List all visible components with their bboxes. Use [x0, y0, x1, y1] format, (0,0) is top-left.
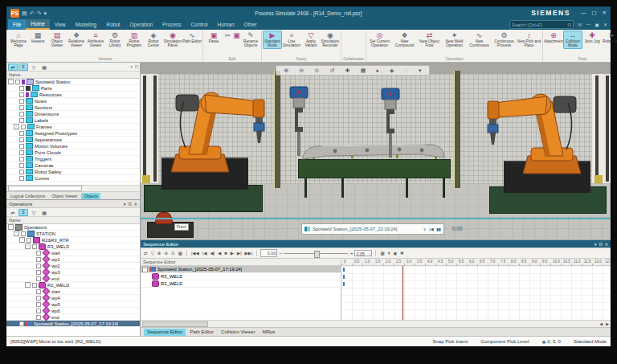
- expander-icon[interactable]: −: [19, 237, 25, 243]
- close-button[interactable]: ✕: [603, 10, 607, 16]
- visibility-checkbox[interactable]: [19, 92, 24, 97]
- panel-tab-objects[interactable]: Objects: [81, 193, 100, 199]
- operations-item-r2-r3-rtr[interactable]: −R2&R3_RTR: [6, 237, 140, 243]
- operations-item-start[interactable]: start: [6, 288, 140, 295]
- objects-item-curves[interactable]: Curves: [6, 175, 140, 182]
- visibility-checkbox[interactable]: [19, 170, 24, 174]
- panel-close-icon[interactable]: ✕: [134, 202, 137, 207]
- operations-item-start[interactable]: start: [6, 250, 140, 256]
- jump-to-end-button[interactable]: ▶▶|: [244, 251, 254, 256]
- expander-icon[interactable]: −: [25, 282, 31, 288]
- frame-icon[interactable]: ◈: [390, 67, 394, 74]
- gantt-chart[interactable]: 00.51.01.52.02.53.03.54.04.55.05.56.06.5…: [341, 259, 611, 320]
- columns-icon[interactable]: ▦: [39, 209, 49, 216]
- collision-mode-button[interactable]: ↔Collision Mode: [563, 31, 582, 49]
- new-object-flow-operation-button[interactable]: ⇄New Object Flow Operation: [417, 31, 442, 49]
- tab-modeling[interactable]: Modeling: [71, 19, 101, 30]
- tab-robot[interactable]: Robot: [101, 19, 125, 30]
- attributes-viewer-button[interactable]: ≡Attributes Viewer: [86, 31, 105, 49]
- tab-home[interactable]: Home: [26, 19, 49, 30]
- visibility-checkbox[interactable]: [36, 302, 41, 307]
- docked-tab-mrps[interactable]: MRps: [259, 329, 279, 336]
- step-back-button[interactable]: |◀: [202, 251, 208, 256]
- gantt-hscrollbar[interactable]: ◀▶: [141, 320, 611, 327]
- feedback-icon[interactable]: ✉: [578, 22, 582, 27]
- viewers-button[interactable]: ▦Viewers: [28, 31, 47, 44]
- robot-center-button[interactable]: ◈Robot Center: [144, 31, 163, 49]
- visibility-checkbox[interactable]: [36, 289, 41, 294]
- panel-menu-icon[interactable]: ▾: [595, 242, 597, 247]
- visibility-checkbox[interactable]: [21, 231, 26, 236]
- expander-icon[interactable]: −: [8, 79, 14, 84]
- tree-view-icon[interactable]: ≡: [18, 209, 28, 216]
- apply-variant-filter-button[interactable]: ▽Apply Variant Filter: [301, 31, 321, 49]
- objects-hscrollbar[interactable]: [6, 185, 140, 191]
- undo-icon[interactable]: ↶: [30, 10, 35, 17]
- object-viewer-button[interactable]: ▤Object Viewer: [47, 31, 67, 49]
- continuous-process-generator-button[interactable]: ⚙Continuous Process Generator: [492, 31, 517, 49]
- objects-item-spotweld-station[interactable]: −Spotweld Station: [6, 79, 140, 85]
- visibility-checkbox[interactable]: [19, 105, 24, 110]
- speed-slider[interactable]: −+: [279, 250, 353, 256]
- cut-button[interactable]: ✂: [223, 31, 232, 40]
- visibility-checkbox[interactable]: [36, 251, 41, 256]
- measure-icon[interactable]: ◌: [405, 67, 408, 73]
- pan-icon[interactable]: ✚: [345, 67, 350, 74]
- panel-menu-icon[interactable]: ▾: [124, 202, 126, 207]
- columns-icon[interactable]: ▦: [39, 63, 49, 71]
- grid-icon[interactable]: ▦: [379, 251, 385, 256]
- record-icon[interactable]: ◉: [392, 251, 398, 256]
- doc-minimize-button[interactable]: —: [586, 22, 590, 27]
- new-weld-operation-button[interactable]: ✦New Weld Operation: [442, 31, 467, 49]
- new-pick-and-place-operation-button[interactable]: ↕New Pick and Place Operation: [517, 31, 541, 49]
- zoom-out-icon[interactable]: ⊖: [300, 67, 304, 74]
- gantt-options-icon[interactable]: ▦: [178, 251, 183, 256]
- playhead-line[interactable]: [402, 266, 403, 320]
- objects-item-labels[interactable]: Labels: [6, 117, 140, 124]
- joint-jog-button[interactable]: ✚Joint Jog: [582, 31, 602, 44]
- visibility-checkbox[interactable]: [36, 296, 41, 301]
- snap-pick-intent[interactable]: Snap Pick Intent: [433, 339, 468, 344]
- expander-icon[interactable]: −: [8, 224, 14, 230]
- operations-item-wp4[interactable]: wp4: [6, 295, 140, 301]
- objects-item-triggers[interactable]: Triggers: [6, 156, 140, 162]
- operations-item-r3-weld[interactable]: −R3_WELD: [6, 243, 140, 250]
- tab-other[interactable]: Other: [239, 19, 262, 30]
- operations-item-spotweld-station-2025-05-07-17-19-24[interactable]: Spotweld Station_[2025-05-07_17:19:24]: [6, 321, 140, 327]
- operations-item-wp1[interactable]: wp1: [6, 256, 140, 263]
- panel-pin-icon[interactable]: ⊡: [129, 202, 132, 207]
- zoom-fit-icon[interactable]: ⊙: [315, 67, 320, 74]
- stop-button[interactable]: ■: [223, 251, 227, 256]
- save-icon[interactable]: ▤: [22, 10, 27, 17]
- player-pause-icon[interactable]: ▮▮: [436, 227, 441, 231]
- panel-tab-object-viewer[interactable]: Object Viewer: [49, 193, 80, 199]
- scroll-left-icon[interactable]: ◀: [599, 321, 603, 326]
- simulation-recorder-button[interactable]: ◉Simulation Recorder: [321, 31, 340, 49]
- operations-item-operations[interactable]: −Operations: [6, 224, 140, 231]
- panel-tab-logical-collections[interactable]: Logical Collections: [8, 193, 47, 199]
- redo-icon[interactable]: ↷: [37, 10, 42, 17]
- objects-item-motion-volumes[interactable]: Motion Volumes: [6, 143, 140, 149]
- tab-operation[interactable]: Operation: [125, 19, 158, 30]
- panel-close-icon[interactable]: ✕: [605, 242, 608, 247]
- visibility-checkbox[interactable]: [36, 315, 41, 320]
- visibility-checkbox[interactable]: [36, 264, 41, 268]
- operations-item-end[interactable]: end: [6, 314, 140, 321]
- zoom-in-icon[interactable]: ⊕: [284, 67, 289, 74]
- operations-item-station[interactable]: −STATION: [6, 231, 140, 237]
- visibility-checkbox[interactable]: [15, 80, 20, 84]
- operations-item-wp6[interactable]: wp6: [6, 308, 140, 314]
- visibility-checkbox[interactable]: [19, 112, 24, 117]
- visibility-checkbox[interactable]: [19, 176, 24, 181]
- 3d-viewport[interactable]: ⊕⊖⊙↺✚▦▸◈◌▾ Front Spotweld Station_[2025-…: [141, 63, 611, 239]
- weld-gun-left[interactable]: [282, 85, 316, 159]
- step-forward-button[interactable]: ▶|: [236, 251, 243, 256]
- zoom-in-icon[interactable]: ⊕: [157, 251, 162, 256]
- more-options-icon[interactable]: ▾: [419, 67, 422, 74]
- operations-item-wp2[interactable]: wp2: [6, 263, 140, 269]
- sequence-row-r3-weld[interactable]: R3_WELD: [141, 273, 341, 280]
- visibility-checkbox[interactable]: [36, 309, 41, 313]
- zoom-out-icon[interactable]: ⊖: [163, 251, 169, 256]
- docked-tab-collision-viewer[interactable]: Collision Viewer: [218, 329, 259, 336]
- interval-stepper[interactable]: 0.05↕: [354, 250, 372, 256]
